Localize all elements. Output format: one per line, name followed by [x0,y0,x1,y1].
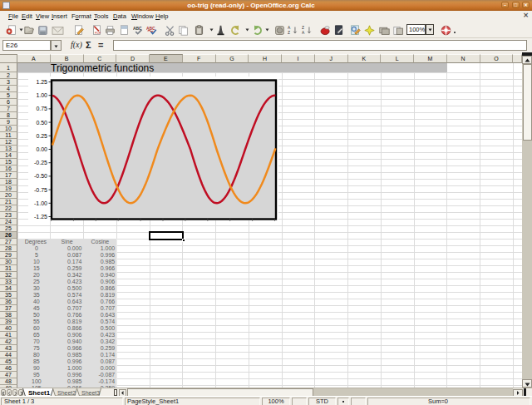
svg-text:A: A [302,31,305,35]
svg-text:A: A [288,26,291,30]
svg-text:ABC: ABC [146,27,155,31]
svg-text:Z: Z [288,31,290,35]
svg-text:Z: Z [302,26,304,30]
svg-text:PDF: PDF [95,32,101,35]
